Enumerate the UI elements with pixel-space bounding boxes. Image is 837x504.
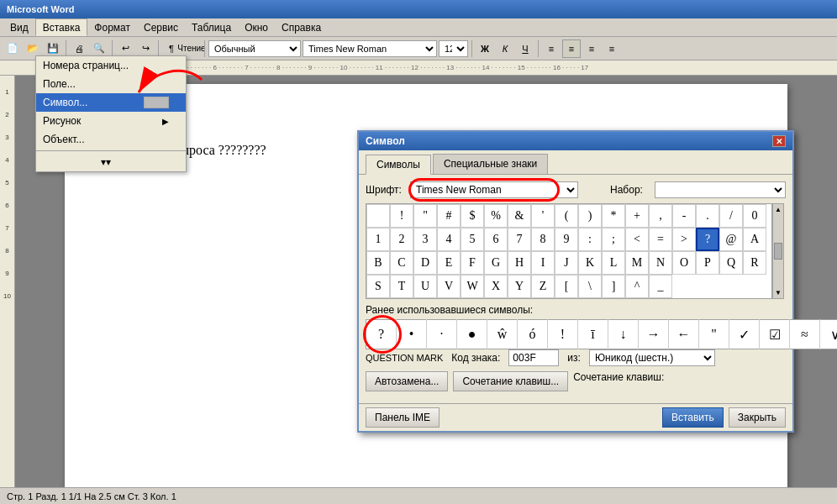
symbol-cell[interactable]: * <box>602 204 625 228</box>
symbol-cell[interactable]: S <box>366 275 390 298</box>
symbol-cell[interactable]: 4 <box>437 228 461 251</box>
recent-symbol-cell[interactable]: ó <box>518 319 548 349</box>
symbol-cell[interactable]: Z <box>531 275 555 298</box>
symbol-cell[interactable]: Q <box>719 251 743 275</box>
symbol-cell[interactable]: P <box>696 251 719 275</box>
recent-symbol-cell[interactable]: ī <box>578 319 608 349</box>
set-select[interactable] <box>655 181 786 198</box>
menu-insert[interactable]: Вставка <box>35 18 88 36</box>
recent-symbol-cell[interactable]: ≈ <box>790 319 820 349</box>
symbol-cell[interactable]: - <box>672 204 696 228</box>
symbol-cell[interactable]: R <box>743 251 766 275</box>
symbol-cell[interactable]: I <box>531 251 555 275</box>
symbol-cell[interactable]: O <box>672 251 696 275</box>
symbol-cell[interactable]: N <box>649 251 672 275</box>
size-dropdown[interactable]: 12 <box>439 40 468 57</box>
symbol-cell[interactable]: G <box>484 251 508 275</box>
symbol-cell[interactable]: + <box>625 204 649 228</box>
symbol-cell[interactable] <box>366 204 390 228</box>
menu-window[interactable]: Окно <box>238 18 275 36</box>
encoding-select[interactable]: Юникод (шестн.) <box>589 349 715 366</box>
align-left-btn[interactable]: ≡ <box>542 39 561 58</box>
menu-more[interactable]: ▾▾ <box>36 153 186 171</box>
menu-picture[interactable]: Рисунок ▶ <box>36 112 186 130</box>
justify-btn[interactable]: ≡ <box>603 39 621 58</box>
symbol-cell[interactable]: K <box>578 251 602 275</box>
symbol-cell[interactable]: M <box>625 251 649 275</box>
symbol-cell[interactable]: ! <box>390 204 413 228</box>
recent-symbol-cell[interactable]: " <box>699 319 729 349</box>
symbol-cell[interactable]: 2 <box>390 228 413 251</box>
symbol-cell[interactable]: & <box>508 204 531 228</box>
italic-btn[interactable]: К <box>496 39 514 58</box>
close-dialog-btn[interactable]: Закрыть <box>729 407 786 428</box>
symbol-cell[interactable]: H <box>508 251 531 275</box>
symbol-cell[interactable]: U <box>413 275 437 298</box>
scroll-up[interactable]: ▲ <box>775 206 782 213</box>
recent-symbol-cell[interactable]: → <box>639 319 669 349</box>
symbol-cell[interactable]: 1 <box>366 228 390 251</box>
symbol-cell[interactable]: $ <box>461 204 484 228</box>
symbol-cell[interactable]: \ <box>578 275 602 298</box>
menu-symbol[interactable]: Символ... <box>36 93 186 112</box>
menu-vid[interactable]: Вид <box>3 18 35 36</box>
style-dropdown[interactable]: Обычный <box>208 40 301 57</box>
recent-symbol-cell[interactable]: · <box>427 319 457 349</box>
symbol-cell[interactable]: ; <box>602 228 625 251</box>
bold-btn[interactable]: Ж <box>476 39 494 58</box>
tab-special[interactable]: Специальные знаки <box>433 154 548 174</box>
ime-btn[interactable]: Панель IME <box>366 407 440 428</box>
symbol-cell[interactable]: 0 <box>743 204 766 228</box>
recent-symbol-cell[interactable]: ✓ <box>729 319 760 349</box>
insert-btn[interactable]: Вставить <box>662 407 724 428</box>
symbol-cell[interactable]: / <box>719 204 743 228</box>
recent-symbol-cell[interactable]: ← <box>669 319 699 349</box>
symbol-cell[interactable]: " <box>413 204 437 228</box>
symbol-cell[interactable]: B <box>366 251 390 275</box>
symbol-cell[interactable]: 3 <box>413 228 437 251</box>
recent-symbol-cell[interactable]: ☑ <box>760 319 790 349</box>
recent-symbols[interactable]: ?•·●ŵó!ī↓→←"✓☑≈∨ <box>366 319 837 349</box>
code-input[interactable] <box>508 349 559 366</box>
symbol-cell[interactable]: % <box>484 204 508 228</box>
symbol-cell[interactable]: 9 <box>555 228 578 251</box>
symbol-cell[interactable]: @ <box>719 228 743 251</box>
symbol-cell[interactable]: C <box>390 251 413 275</box>
tab-symbols[interactable]: Символы <box>366 155 431 175</box>
symbol-cell[interactable]: ^ <box>625 275 649 298</box>
recent-symbol-cell[interactable]: ∨ <box>820 319 837 349</box>
menu-help[interactable]: Справка <box>275 18 328 36</box>
symbol-cell[interactable]: L <box>602 251 625 275</box>
symbol-cell[interactable]: = <box>649 228 672 251</box>
symbol-cell[interactable]: V <box>437 275 461 298</box>
align-center-btn[interactable]: ≡ <box>562 39 581 58</box>
symbol-cell[interactable]: J <box>555 251 578 275</box>
underline-btn[interactable]: Ч <box>516 39 534 58</box>
menu-table[interactable]: Таблица <box>185 18 238 36</box>
font-select[interactable]: Times New Roman <box>410 181 578 198</box>
symbol-cell[interactable]: ' <box>531 204 555 228</box>
symbol-cell[interactable]: ? <box>696 228 719 251</box>
symbol-cell[interactable]: X <box>484 275 508 298</box>
symbol-cell[interactable]: 8 <box>531 228 555 251</box>
symbol-cell[interactable]: Y <box>508 275 531 298</box>
symbol-cell[interactable]: . <box>696 204 719 228</box>
symbol-cell[interactable]: ( <box>555 204 578 228</box>
symbol-cell[interactable]: F <box>461 251 484 275</box>
shortcut-btn[interactable]: Сочетание клавиш... <box>453 371 568 391</box>
font-dropdown[interactable]: Times New Roman <box>303 40 437 57</box>
symbol-dialog[interactable]: Символ ✕ Символы Специальные знаки Шрифт… <box>357 130 794 433</box>
symbol-cell[interactable]: 5 <box>461 228 484 251</box>
new-btn[interactable]: 📄 <box>3 39 22 58</box>
recent-symbol-cell[interactable]: ŵ <box>487 319 518 349</box>
recent-symbol-cell[interactable]: ! <box>548 319 578 349</box>
menu-format[interactable]: Формат <box>87 18 137 36</box>
menu-service[interactable]: Сервис <box>137 18 185 36</box>
recent-symbol-cell[interactable]: • <box>397 319 427 349</box>
symbol-grid[interactable]: !"#$%&'()*+,-./0123456789:;<=>?@ABCDEFGH… <box>366 203 772 299</box>
menu-object[interactable]: Объект... <box>36 130 186 149</box>
scroll-down[interactable]: ▼ <box>775 289 782 297</box>
auto-replace-btn[interactable]: Автозамена... <box>366 371 448 391</box>
menu-page-numbers[interactable]: Номера страниц... <box>36 56 186 75</box>
symbol-cell[interactable]: T <box>390 275 413 298</box>
